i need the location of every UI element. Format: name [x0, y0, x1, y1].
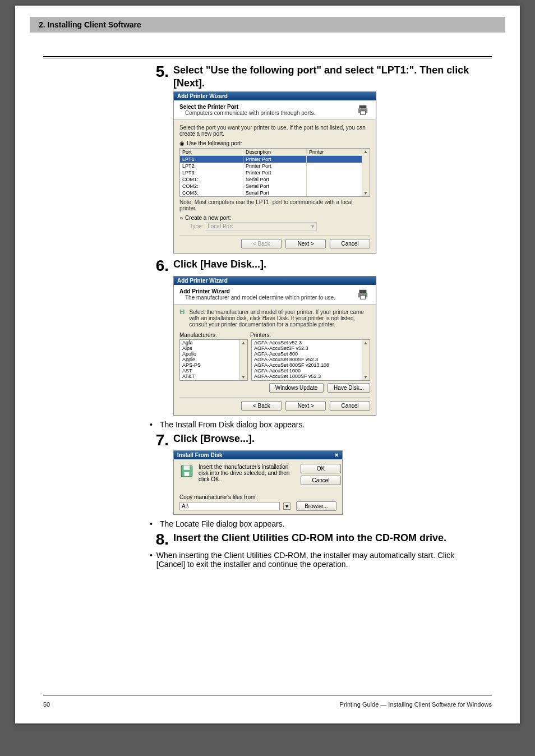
table-row[interactable]: COM3:Serial Port — [180, 190, 370, 196]
table-row[interactable]: LPT1:Printer Port — [180, 156, 370, 163]
result-text: The Locate File dialog box appears. — [160, 519, 285, 528]
step-8-note: • When inserting the Client Utilities CD… — [150, 551, 481, 569]
list-item[interactable]: AGFA-AccuSet v52.3 — [252, 340, 370, 345]
svg-rect-13 — [185, 472, 190, 476]
table-header-printer: Printer — [307, 149, 370, 155]
footer-right-text: Printing Guide — Installing Client Softw… — [340, 701, 492, 708]
chapter-title: 2. Installing Client Software — [39, 20, 141, 29]
cancel-button[interactable]: Cancel — [330, 239, 370, 248]
back-button[interactable]: < Back — [241, 401, 282, 411]
list-item[interactable]: AGFA-AccuSet 1000 — [252, 368, 370, 374]
printers-listbox[interactable]: AGFA-AccuSet v52.3 AGFA-AccuSetSF v52.3 … — [251, 339, 370, 381]
list-item[interactable]: AGFA-AccuSet 1000SF v52.3 — [252, 374, 370, 379]
dialog-titlebar: Add Printer Wizard — [174, 92, 376, 100]
step-instruction: Insert the Client Utilities CD-ROM into … — [173, 532, 481, 545]
printers-label: Printers: — [250, 332, 370, 338]
svg-point-3 — [366, 109, 367, 110]
document-page: 2. Installing Client Software 5. Select … — [15, 6, 520, 723]
next-button[interactable]: Next > — [285, 239, 326, 248]
create-new-port-radio[interactable]: ○ Create a new port: — [179, 215, 370, 221]
svg-rect-4 — [359, 290, 367, 293]
main-content: 5. Select "Use the following port" and s… — [150, 64, 481, 569]
list-item[interactable]: APS-PS — [180, 362, 247, 368]
table-row[interactable]: COM1:Serial Port — [180, 176, 370, 183]
result-text: The Install From Disk dialog box appears… — [160, 420, 305, 429]
step-instruction: Select "Use the following port" and sele… — [173, 64, 481, 89]
have-disk-button[interactable]: Have Disk... — [328, 383, 370, 393]
add-printer-wizard-dialog: Add Printer Wizard Add Printer Wizard Th… — [173, 276, 376, 416]
step-number: 5. — [150, 64, 169, 80]
dialog-titlebar: Install From Disk ✕ — [174, 451, 342, 459]
step-5: 5. Select "Use the following port" and s… — [150, 64, 481, 89]
svg-rect-6 — [360, 296, 365, 299]
svg-rect-12 — [184, 465, 190, 470]
list-item[interactable]: AGFA-AccuSet 800SF v2013.108 — [252, 362, 370, 368]
ok-button[interactable]: OK — [301, 464, 341, 473]
step-8: 8. Insert the Client Utilities CD-ROM in… — [150, 532, 481, 547]
page-footer: 50 Printing Guide — Installing Client So… — [43, 695, 492, 708]
table-header-row: Port Description Printer — [180, 149, 370, 156]
step-number: 8. — [150, 532, 169, 547]
use-following-port-radio[interactable]: ◉ Use the following port: — [179, 140, 370, 146]
horizontal-rule — [43, 56, 492, 58]
table-header-description: Description — [243, 149, 307, 155]
port-note: Note: Most computers use the LPT1: port … — [179, 199, 370, 211]
list-item[interactable]: Apollo — [180, 351, 247, 357]
manufacturers-listbox[interactable]: Agfa Alps Apollo Apple APS-PS AST AT&T — [179, 339, 248, 381]
svg-rect-2 — [360, 111, 365, 114]
radio-unselected-icon: ○ — [179, 215, 183, 221]
list-item[interactable]: Agfa — [180, 340, 247, 345]
printer-icon — [356, 104, 370, 116]
windows-update-button[interactable]: Windows Update — [269, 383, 324, 393]
chevron-down-icon[interactable]: ▾ — [283, 503, 290, 510]
step-7-result: • The Locate File dialog box appears. — [150, 519, 481, 528]
install-from-disk-dialog: Install From Disk ✕ Insert the manufactu… — [173, 450, 343, 515]
step-instruction: Click [Browse...]. — [173, 432, 481, 445]
list-item[interactable]: Alps — [180, 345, 247, 351]
cancel-button[interactable]: Cancel — [330, 401, 370, 411]
printer-icon — [356, 288, 370, 301]
list-item[interactable]: AST — [180, 368, 247, 374]
dialog-subtext: Computers communicate with printers thro… — [185, 110, 315, 116]
copy-from-label: Copy manufacturer's files from: — [179, 494, 336, 500]
bullet-icon: • — [150, 551, 156, 560]
scrollbar[interactable] — [362, 340, 370, 380]
dialog-header: Select the Printer Port Computers commun… — [174, 100, 376, 120]
port-table[interactable]: Port Description Printer LPT1:Printer Po… — [179, 148, 370, 197]
browse-button[interactable]: Browse... — [296, 501, 336, 511]
step-instruction: Click [Have Disk...]. — [173, 258, 481, 271]
list-item[interactable]: Apple — [180, 357, 247, 362]
scrollbar[interactable] — [362, 149, 370, 196]
list-item[interactable]: AGFA-AccuSet 800SF v52.3 — [252, 357, 370, 362]
list-item[interactable]: AGFA-AccuSetSF v52.3 — [252, 345, 370, 351]
dialog-title: Install From Disk — [177, 452, 223, 458]
radio-label: Use the following port: — [187, 140, 242, 146]
next-button[interactable]: Next > — [285, 401, 326, 411]
table-row[interactable]: LPT2:Printer Port — [180, 163, 370, 169]
bullet-icon: • — [150, 519, 160, 528]
step-6: 6. Click [Have Disk...]. — [150, 258, 481, 274]
svg-rect-10 — [181, 312, 183, 314]
dialog-subtext: The manufacturer and model determine whi… — [185, 294, 335, 301]
table-row[interactable]: LPT3:Printer Port — [180, 169, 370, 176]
dialog-subtitle: Select the Printer Port — [179, 104, 315, 110]
dialog-message: Insert the manufacturer's installation d… — [199, 464, 296, 485]
chapter-title-bar: 2. Installing Client Software — [30, 17, 505, 33]
svg-rect-9 — [181, 310, 183, 311]
page-number: 50 — [43, 701, 50, 708]
table-header-port: Port — [180, 149, 243, 155]
dialog-subtitle: Add Printer Wizard — [179, 288, 335, 294]
step-number: 6. — [150, 258, 169, 274]
close-icon[interactable]: ✕ — [334, 452, 339, 458]
svg-rect-0 — [359, 105, 367, 109]
list-item[interactable]: AGFA-AccuSet 800 — [252, 351, 370, 357]
back-button[interactable]: < Back — [241, 239, 282, 248]
table-row[interactable]: COM2:Serial Port — [180, 183, 370, 190]
copy-from-input[interactable] — [179, 502, 280, 510]
list-item[interactable]: AT&T — [180, 374, 247, 379]
cancel-button[interactable]: Cancel — [301, 476, 341, 485]
scrollbar[interactable] — [239, 340, 247, 380]
select-printer-port-dialog: Add Printer Wizard Select the Printer Po… — [173, 91, 376, 253]
dialog-intro-text: Select the port you want your printer to… — [179, 125, 370, 137]
step-6-result: • The Install From Disk dialog box appea… — [150, 420, 481, 429]
